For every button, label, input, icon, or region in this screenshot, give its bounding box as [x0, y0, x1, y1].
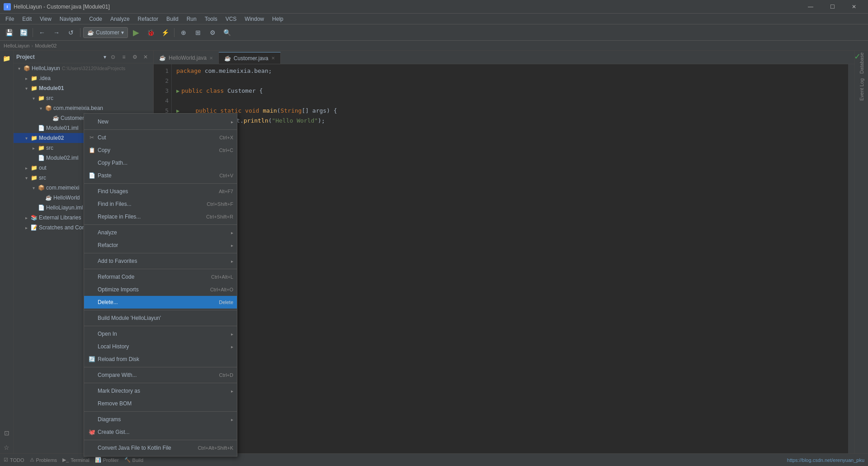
settings-gear-button[interactable]: ⚙: [130, 52, 140, 62]
tree-idea[interactable]: ▸ 📁 .idea: [14, 73, 153, 83]
problems-button[interactable]: ⚠ Problems: [30, 457, 57, 463]
ctx-find-files-icon: [88, 200, 96, 208]
expand-arrow-icon: ▾: [30, 183, 37, 193]
menu-tools[interactable]: Tools: [201, 15, 221, 23]
ctx-copy[interactable]: 📋 Copy Ctrl+C: [84, 144, 237, 157]
maximize-button[interactable]: ☐: [822, 0, 843, 14]
ctx-delete[interactable]: Delete... Delete: [84, 296, 237, 309]
ctx-separator-5: [84, 269, 237, 269]
profiler-button[interactable]: 📊 Profiler: [95, 457, 119, 463]
tree-module01[interactable]: ▾ 📁 Module01: [14, 83, 153, 93]
ctx-mark-directory[interactable]: Mark Directory as ▸: [84, 385, 237, 397]
recent-button[interactable]: ↺: [65, 26, 77, 39]
problems-label: Problems: [36, 457, 57, 463]
project-dropdown-icon[interactable]: ▾: [104, 54, 106, 60]
tab-helloworld[interactable]: ☕ HelloWorld.java ✕: [154, 52, 219, 64]
collapse-all-button[interactable]: ≡: [119, 52, 129, 62]
todo-button[interactable]: ☑ TODO: [4, 457, 24, 463]
minimize-button[interactable]: —: [800, 0, 821, 14]
search-everywhere-button[interactable]: ⊕: [177, 26, 190, 39]
run-with-coverage-button[interactable]: ⚡: [159, 26, 171, 39]
ctx-local-history[interactable]: Local History ▸: [84, 340, 237, 353]
breadcrumb-helloliayun[interactable]: HelloLiayun: [4, 43, 29, 48]
favorites-tool-button[interactable]: ☆: [1, 442, 13, 453]
tree-bean-package[interactable]: ▾ 📦 com.meimeixia.bean: [14, 103, 153, 113]
tree-helloliayun[interactable]: ▾ 📦 HelloLiayun C:\Users\32120\IdeaProje…: [14, 63, 153, 73]
menu-analyze[interactable]: Analyze: [107, 15, 133, 23]
titlebar: I HelloLiayun - Customer.java [Module01]…: [0, 0, 868, 14]
ctx-copy-path[interactable]: Copy Path...: [84, 157, 237, 169]
save-all-button[interactable]: 💾: [3, 26, 15, 39]
event-log-panel-label[interactable]: Event Log: [859, 78, 864, 108]
code-editor: 1 2 3 4 5 6 7 package com.meimeixia.bean…: [154, 64, 854, 453]
search-button[interactable]: 🔍: [221, 26, 233, 39]
ctx-optimize-imports[interactable]: Optimize Imports Ctrl+Alt+O: [84, 283, 237, 296]
settings-button[interactable]: ⚙: [206, 26, 219, 39]
expand-arrow-icon: ▸: [23, 223, 30, 233]
build-button[interactable]: 🔨 Build: [124, 457, 143, 463]
sync-button[interactable]: 🔄: [17, 26, 30, 39]
tab-customer-label: Customer.java: [234, 55, 269, 62]
ctx-open-in[interactable]: Open In ▸: [84, 328, 237, 340]
menu-window[interactable]: Window: [241, 15, 268, 23]
ctx-replace-in-files[interactable]: Replace in Files... Ctrl+Shift+R: [84, 210, 237, 223]
ctx-build-module[interactable]: Build Module 'HelloLiayun': [84, 312, 237, 324]
menu-edit[interactable]: Edit: [19, 15, 35, 23]
menu-view[interactable]: View: [36, 15, 55, 23]
tree-label-module02: Module02: [39, 135, 64, 141]
menu-run[interactable]: Run: [183, 15, 200, 23]
ctx-compare-with[interactable]: Compare With... Ctrl+D: [84, 369, 237, 381]
menu-file[interactable]: File: [2, 15, 18, 23]
menu-help[interactable]: Help: [269, 15, 287, 23]
menu-refactor[interactable]: Refactor: [134, 15, 162, 23]
tab-customer[interactable]: ☕ Customer.java ✕: [219, 52, 281, 64]
ctx-find-in-files[interactable]: Find in Files... Ctrl+Shift+F: [84, 198, 237, 210]
tab-close-icon[interactable]: ✕: [209, 56, 213, 61]
ctx-add-to-favorites[interactable]: Add to Favorites ▸: [84, 255, 237, 267]
undo-button[interactable]: ←: [36, 26, 48, 39]
ctx-refactor[interactable]: Refactor ▸: [84, 239, 237, 252]
close-panel-button[interactable]: ✕: [141, 52, 151, 62]
breadcrumb-module02[interactable]: Module02: [35, 43, 57, 48]
project-tool-button[interactable]: 📁: [1, 52, 13, 64]
tree-label-module02iml: Module02.iml: [46, 155, 78, 161]
ctx-bom-icon: [88, 399, 96, 408]
ctx-convert-kotlin[interactable]: Convert Java File to Kotlin File Ctrl+Al…: [84, 442, 237, 454]
run-config-dropdown[interactable]: ☕ Customer ▾: [83, 27, 128, 38]
tree-module01-src[interactable]: ▾ 📁 src: [14, 93, 153, 103]
ctx-analyze[interactable]: Analyze ▸: [84, 226, 237, 239]
ctx-cut[interactable]: ✂ Cut Ctrl+X: [84, 131, 237, 144]
ctx-diagrams[interactable]: Diagrams ▸: [84, 413, 237, 426]
ctx-find-usages[interactable]: Find Usages Alt+F7: [84, 185, 237, 198]
menu-vcs[interactable]: VCS: [222, 15, 241, 23]
debug-button[interactable]: 🐞: [144, 26, 157, 39]
redo-button[interactable]: →: [50, 26, 63, 39]
ctx-copy-path-icon: [88, 159, 96, 167]
menu-build[interactable]: Build: [163, 15, 182, 23]
close-button[interactable]: ✕: [844, 0, 864, 14]
run-button[interactable]: ▶: [130, 26, 142, 39]
database-panel-label[interactable]: Database: [859, 52, 864, 77]
run-marker-icon[interactable]: ▶: [176, 86, 179, 96]
terminal-label: Terminal: [71, 457, 90, 463]
menu-code[interactable]: Code: [85, 15, 106, 23]
expand-arrow-icon: ▾: [23, 83, 30, 93]
code-content[interactable]: package com.meimeixia.bean; ▶ public cla…: [172, 64, 848, 453]
menu-navigate[interactable]: Navigate: [56, 15, 85, 23]
submenu-arrow-icon3: ▸: [231, 243, 233, 248]
locate-button[interactable]: ⊙: [108, 52, 118, 62]
find-button[interactable]: ⊞: [192, 26, 204, 39]
ctx-reload-from-disk[interactable]: 🔄 Reload from Disk: [84, 353, 237, 366]
code-line-5: ▶ public static void main(String[] args)…: [176, 106, 844, 116]
ctx-remove-bom[interactable]: Remove BOM: [84, 397, 237, 410]
tab-close-icon2[interactable]: ✕: [271, 56, 275, 61]
ctx-reformat-code[interactable]: Reformat Code Ctrl+Alt+L: [84, 271, 237, 283]
build-label: Build: [132, 457, 143, 463]
ctx-paste[interactable]: 📄 Paste Ctrl+V: [84, 169, 237, 182]
terminal-button[interactable]: ▶_ Terminal: [62, 457, 90, 463]
ctx-create-gist[interactable]: 🐙 Create Gist...: [84, 426, 237, 438]
ctx-separator-7: [84, 326, 237, 326]
ctx-new[interactable]: New ▸: [84, 115, 237, 128]
tree-label-src2: src: [46, 145, 53, 151]
structure-tool-button[interactable]: ⊡: [1, 427, 13, 439]
